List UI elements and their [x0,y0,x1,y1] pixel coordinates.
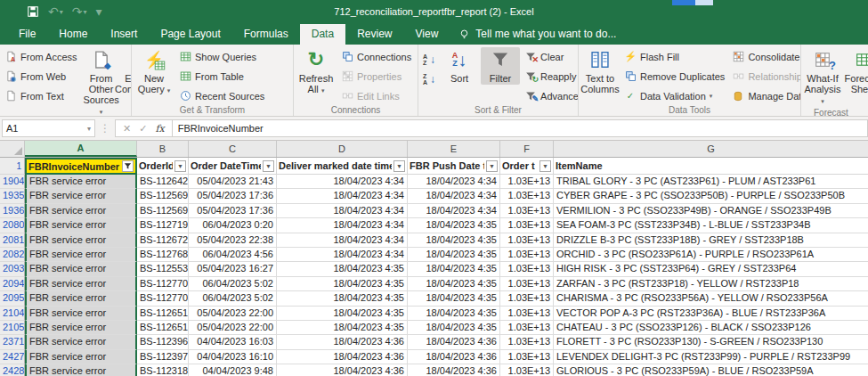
forecast-sheet-button[interactable]: Forecast Sheet [844,47,868,95]
cell-deliver-marked-datetime[interactable]: 18/04/2023 4:35 [277,321,408,335]
filter-dropdown-icon[interactable]: ▼ [263,160,274,172]
cell-order-id[interactable]: BS-112651 [137,321,189,335]
column-header-c[interactable]: C [189,141,277,157]
cell-item-name[interactable]: CHATEAU - 3 PC (SSO233P126) - BLACK / SS… [554,321,868,335]
cell-order-datetime[interactable]: 05/04/2023 21:43 [189,175,277,189]
row-number[interactable]: 2427 [0,350,25,364]
cell-deliver-marked-datetime[interactable]: 18/04/2023 4:34 [277,233,408,248]
header-cell-order-t[interactable]: Order t▼ [500,158,554,175]
what-if-analysis-button[interactable]: ? What-If Analysis ▾ [803,47,842,108]
cell-order-id[interactable]: BS-112770 [137,277,189,291]
cell-order-id[interactable]: BS-112768 [137,248,189,262]
manage-data-model-button[interactable]: Manage Data Model [729,86,801,105]
show-queries-button[interactable]: Show Queries [176,47,267,66]
column-header-e[interactable]: E [408,141,500,157]
header-cell-order-datetime[interactable]: Order DateTime▼ [189,158,277,175]
cell-item-name[interactable]: DRIZZLE B-3 PC (SST233P18B) - GREY / SST… [554,233,868,248]
row-number[interactable]: 2371 [0,335,25,349]
row-number[interactable]: 2082 [0,248,25,262]
tab-file[interactable]: File [7,24,47,45]
row-number[interactable]: 2094 [0,277,25,291]
cell-fbr-invoice-number[interactable]: FBR service error [25,335,137,349]
header-cell-orderid[interactable]: OrderId▼ [137,158,189,175]
column-header-b[interactable]: B [137,141,189,157]
cell-fbr-push-date[interactable]: 18/04/2023 4:35 [408,307,500,321]
cell-fbr-invoice-number[interactable]: FBR service error [25,262,137,276]
cell-fbr-invoice-number[interactable]: FBR service error [25,175,137,189]
cell-order-datetime[interactable]: 06/04/2023 4:56 [189,248,277,262]
insert-function-icon[interactable]: fx [155,123,164,135]
cell-order-datetime[interactable]: 06/04/2023 5:02 [189,277,277,291]
cell-order-id[interactable]: BS-112396 [137,335,189,349]
cell-a1-active[interactable]: FBRInvoiceNumber [25,158,137,175]
consolidate-button[interactable]: Consolidate [729,47,801,66]
cell-order-datetime[interactable]: 06/04/2023 0:20 [189,218,277,233]
cell-order-id[interactable]: BS-112651 [137,307,189,321]
cell-item-name[interactable]: CHARISMA - 3 PC (RSO233P56A) - YELLOW / … [554,291,868,306]
cell-fbr-invoice-number[interactable]: FBR service error [25,204,137,218]
filter-applied-icon[interactable] [122,160,134,172]
cell-fbr-invoice-number[interactable]: FBR service error [25,291,137,306]
cell-item-name[interactable]: VECTOR POP A-3 PC (RST233P36A) - BLUE / … [554,307,868,321]
cell-item-name[interactable]: TRIBAL GLORY - 3 PC (AST233P61) - PLUM /… [554,175,868,189]
reapply-filter-button[interactable]: ↻Reapply [522,67,579,86]
cell-fbr-push-date[interactable]: 18/04/2023 4:35 [408,233,500,248]
row-number[interactable]: 2428 [0,364,25,376]
cell-fbr-invoice-number[interactable]: FBR service error [25,189,137,203]
column-header-a[interactable]: A [25,141,137,157]
existing-connections-button[interactable]: Existing Connections [123,47,132,95]
refresh-all-button[interactable]: ↻ Refresh All ▾ [296,47,337,97]
cell-order-total[interactable]: 1.03E+13 [500,248,554,262]
tab-insert[interactable]: Insert [99,24,149,45]
name-box[interactable]: A1 ▾ [2,119,95,137]
text-to-columns-button[interactable]: Text to Columns [580,47,620,95]
cell-order-id[interactable]: BS-112553 [137,262,189,276]
cell-deliver-marked-datetime[interactable]: 18/04/2023 4:35 [277,291,408,306]
cell-item-name[interactable]: SEA FOAM-3 PC (SST233P34B) - L-BLUE / SS… [554,218,868,233]
cell-deliver-marked-datetime[interactable]: 18/04/2023 4:35 [277,307,408,321]
tab-data[interactable]: Data [300,24,345,45]
row-number[interactable]: 1 [0,158,25,175]
cell-deliver-marked-datetime[interactable]: 18/04/2023 4:34 [277,204,408,218]
cell-order-datetime[interactable]: 04/04/2023 16:10 [189,350,277,364]
recent-sources-button[interactable]: Recent Sources [176,86,267,105]
header-cell-itemname[interactable]: ItemName [554,158,868,175]
cell-fbr-push-date[interactable]: 18/04/2023 4:35 [408,291,500,306]
cell-fbr-invoice-number[interactable]: FBR service error [25,218,137,233]
tab-view[interactable]: View [404,24,450,45]
new-query-button[interactable]: ⚡ New Query ▾ [134,47,174,97]
cell-fbr-invoice-number[interactable]: FBR service error [25,307,137,321]
from-text-button[interactable]: From Text [2,86,80,105]
cell-deliver-marked-datetime[interactable]: 18/04/2023 4:34 [277,218,408,233]
sort-az-button[interactable]: AZ↓ [420,50,438,69]
cell-fbr-push-date[interactable]: 18/04/2023 4:34 [408,189,500,203]
filter-button[interactable]: Filter [481,47,520,85]
cell-order-total[interactable]: 1.03E+13 [500,262,554,276]
cell-fbr-invoice-number[interactable]: FBR service error [25,321,137,335]
cell-fbr-invoice-number[interactable]: FBR service error [25,350,137,364]
cell-item-name[interactable]: HIGH RISK - 3 PC (SST233P64) - GREY / SS… [554,262,868,276]
cell-fbr-push-date[interactable]: 18/04/2023 4:34 [408,175,500,189]
cell-fbr-push-date[interactable]: 18/04/2023 4:34 [408,204,500,218]
cell-order-total[interactable]: 1.03E+13 [500,233,554,248]
row-number[interactable]: 2081 [0,233,25,248]
from-web-button[interactable]: ◉From Web [2,67,80,86]
cell-item-name[interactable]: GLORIOUS - 3 PC (RSO233P59A) - BLUE / RS… [554,364,868,376]
cell-fbr-invoice-number[interactable]: FBR service error [25,364,137,376]
cell-item-name[interactable]: LEVENDEX DELIGHT-3 PC (RST233P99) - PURP… [554,350,868,364]
clear-filter-button[interactable]: ✕Clear [522,47,579,66]
cell-item-name[interactable]: CYBER GRAPE - 3 PC (SSO233P50B) - PURPLE… [554,189,868,203]
cell-order-datetime[interactable]: 04/04/2023 9:48 [189,364,277,376]
sort-button[interactable]: AZ↓ Sort [440,47,479,85]
save-icon[interactable] [27,5,39,18]
tell-me-box[interactable]: Tell me what you want to do... [450,24,625,45]
header-cell-fbr-push-date[interactable]: FBR Push Date tim▼ [408,158,500,175]
cell-order-total[interactable]: 1.03E+13 [500,204,554,218]
cell-order-total[interactable]: 1.03E+13 [500,189,554,203]
customize-quick-access-icon[interactable]: ▾ [96,4,102,19]
cell-order-total[interactable]: 1.03E+13 [500,218,554,233]
cell-deliver-marked-datetime[interactable]: 18/04/2023 4:35 [277,262,408,276]
cell-fbr-push-date[interactable]: 18/04/2023 4:36 [408,335,500,349]
cell-order-datetime[interactable]: 05/04/2023 22:00 [189,307,277,321]
remove-duplicates-button[interactable]: Remove Duplicates [621,67,727,86]
